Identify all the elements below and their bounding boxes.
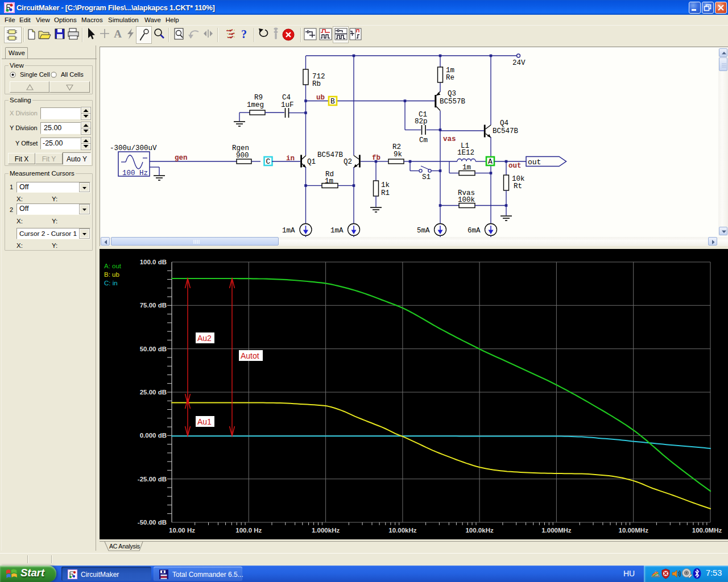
- svg-text:24V: 24V: [512, 59, 526, 67]
- svg-text:5mA: 5mA: [417, 227, 430, 235]
- svg-text:R1: R1: [381, 189, 390, 197]
- svg-text:Q1: Q1: [307, 158, 316, 166]
- svg-text:A: A: [114, 28, 122, 40]
- svg-text:BC557B: BC557B: [440, 98, 466, 106]
- svg-text:C4: C4: [282, 94, 291, 102]
- svg-text:Cm: Cm: [419, 136, 428, 144]
- svg-text:out: out: [528, 158, 541, 167]
- svg-text:9k: 9k: [394, 151, 402, 159]
- svg-text:10k: 10k: [512, 175, 525, 183]
- svg-text:Rgen: Rgen: [232, 144, 249, 152]
- svg-text:gen: gen: [175, 154, 188, 162]
- svg-text:BC547B: BC547B: [317, 151, 344, 159]
- svg-text:100k: 100k: [458, 196, 475, 204]
- svg-text:1mA: 1mA: [330, 227, 344, 235]
- svg-text:in: in: [286, 155, 295, 163]
- svg-text:C: C: [266, 157, 271, 166]
- svg-text:BC547B: BC547B: [493, 127, 519, 135]
- svg-text:1uF: 1uF: [281, 101, 294, 109]
- svg-text:A: A: [488, 157, 493, 166]
- svg-text:B: B: [330, 97, 335, 106]
- svg-text:out: out: [508, 162, 522, 170]
- svg-text:1mA: 1mA: [282, 227, 295, 235]
- svg-text:vas: vas: [443, 135, 456, 143]
- svg-text:1m: 1m: [325, 177, 333, 185]
- svg-text:Q2: Q2: [344, 158, 352, 166]
- svg-text:ub: ub: [316, 94, 325, 102]
- svg-text:fb: fb: [372, 154, 380, 162]
- svg-text:S1: S1: [422, 173, 431, 181]
- svg-text:Rb: Rb: [312, 80, 321, 88]
- svg-text:100 Hz: 100 Hz: [122, 169, 148, 177]
- svg-text:1meg: 1meg: [247, 101, 264, 109]
- svg-text:R9: R9: [254, 94, 263, 102]
- svg-text:Q4: Q4: [500, 119, 508, 127]
- svg-text:82p: 82p: [415, 118, 428, 126]
- svg-text:1E12: 1E12: [457, 149, 474, 157]
- svg-text:?: ?: [241, 28, 247, 40]
- svg-text:712: 712: [312, 73, 325, 81]
- svg-text:R2: R2: [392, 143, 401, 151]
- svg-text:Q3: Q3: [448, 90, 456, 98]
- svg-text:1k: 1k: [381, 181, 390, 189]
- svg-text:-300u/300uV: -300u/300uV: [110, 144, 157, 152]
- svg-text:900: 900: [236, 152, 249, 160]
- svg-text:1m: 1m: [446, 66, 454, 74]
- svg-text:6mA: 6mA: [468, 227, 481, 235]
- svg-text:Re: Re: [446, 74, 454, 82]
- svg-text:1m: 1m: [462, 164, 471, 172]
- svg-text:Rt: Rt: [514, 182, 522, 190]
